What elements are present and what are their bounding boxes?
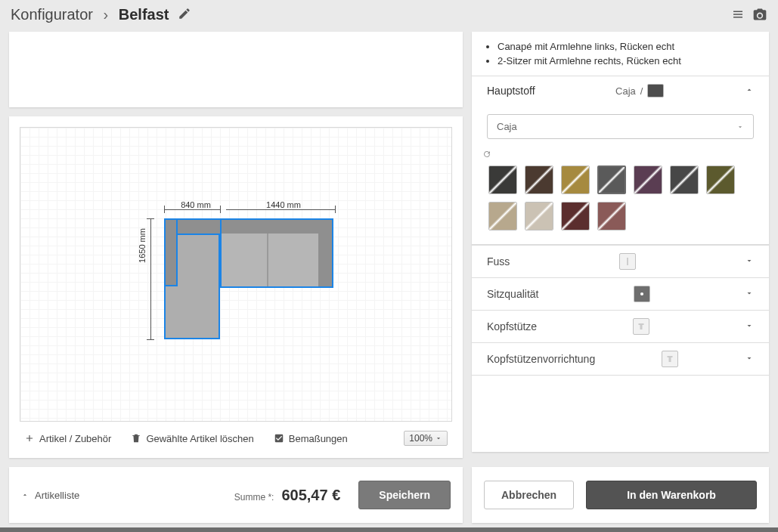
chevron-down-icon [745, 320, 754, 332]
twositzer-element[interactable] [220, 218, 333, 288]
zoom-value: 100% [409, 433, 432, 444]
dim-height-total: 1650 mm [138, 228, 147, 263]
fabric-family-value: Caja [497, 121, 517, 132]
add-to-cart-button[interactable]: In den Warenkorb [586, 481, 757, 509]
footer-bar [0, 527, 778, 532]
swatch-caja-brown[interactable] [525, 165, 553, 194]
dim-width-canape: 840 mm [164, 200, 228, 209]
artikelliste-toggle[interactable]: Artikelliste [21, 490, 79, 501]
list-view-icon[interactable] [731, 8, 745, 23]
canvas-grid[interactable]: 840 mm 1440 mm 1650 mm 930 mm [20, 127, 452, 422]
swatch-caja-black[interactable] [488, 165, 517, 194]
screenshot-icon[interactable] [752, 7, 767, 24]
artikelliste-label: Artikelliste [35, 490, 79, 501]
canape-back-left [164, 218, 178, 286]
chevron-down-icon [745, 255, 754, 268]
swatch-caja-cream[interactable] [525, 202, 553, 230]
breadcrumb-root[interactable]: Konfigurator [11, 6, 93, 23]
cancel-button[interactable]: Abbrechen [484, 481, 574, 509]
kopfv-label: Kopfstützenvorrichtung [487, 353, 595, 365]
section-fuss[interactable]: Fuss [472, 245, 769, 277]
save-button[interactable]: Speichern [358, 481, 451, 509]
swatch-caja-plum[interactable] [634, 165, 662, 194]
swatch-caja-sand[interactable] [488, 202, 517, 230]
sitz-label: Sitzqualität [487, 288, 538, 300]
hauptstoff-label: Hauptstoff [487, 85, 535, 97]
hauptstoff-thumb [647, 84, 664, 97]
fabric-family-select[interactable]: Caja [487, 114, 754, 139]
fuss-thumb [619, 253, 636, 270]
delete-selected-button[interactable]: Gewählte Artikel löschen [131, 433, 253, 444]
swatch-caja-wine[interactable] [561, 202, 590, 230]
swatch-caja-charcoal[interactable] [670, 165, 699, 194]
refresh-icon[interactable] [482, 150, 491, 161]
sitz-thumb [634, 286, 650, 302]
section-kopfstuetze[interactable]: Kopfstütze [472, 310, 769, 342]
svg-point-0 [640, 292, 643, 295]
dimensions-toggle-label: Bemaßungen [289, 433, 348, 444]
chevron-up-icon [745, 85, 754, 97]
swatch-caja-grey[interactable] [597, 165, 626, 194]
section-kopfstuetzenvorrichtung[interactable]: Kopfstützenvorrichtung [472, 342, 769, 376]
edit-title-icon[interactable] [178, 7, 191, 24]
kopf-thumb [633, 318, 649, 335]
sum-label: Summe *: [234, 492, 274, 503]
dim-width-twositzer: 1440 mm [231, 200, 336, 209]
hauptstoff-current: Caja [615, 85, 636, 97]
add-article-label: Artikel / Zubehör [39, 433, 111, 444]
config-panel: Canapé mit Armlehne links, Rücken echt 2… [472, 32, 769, 452]
preview-panel [9, 32, 463, 107]
config-item-2: 2-Sitzer mit Armlehne rechts, Rücken ech… [497, 55, 754, 66]
kopfv-thumb [662, 351, 678, 367]
add-article-button[interactable]: Artikel / Zubehör [24, 433, 111, 444]
breadcrumb-current: Belfast [119, 6, 169, 23]
chevron-down-icon [745, 288, 754, 300]
swatch-caja-ochre[interactable] [561, 165, 590, 194]
delete-selected-label: Gewählte Artikel löschen [146, 433, 253, 444]
breadcrumb: Konfigurator › Belfast [11, 6, 191, 24]
zoom-select[interactable]: 100% [404, 431, 448, 446]
sum-value: 605,47 € [281, 487, 340, 504]
kopf-label: Kopfstütze [487, 320, 537, 332]
chevron-down-icon [745, 353, 754, 365]
fabric-swatches [488, 165, 754, 230]
sofa-assembly[interactable]: 840 mm 1440 mm 1650 mm 930 mm [164, 218, 333, 339]
dimensions-toggle[interactable]: Bemaßungen [274, 433, 348, 444]
swatch-caja-mauve[interactable] [597, 202, 626, 230]
canvas-panel: 840 mm 1440 mm 1650 mm 930 mm [9, 116, 463, 458]
section-sitzqualitaet[interactable]: Sitzqualität [472, 277, 769, 310]
config-item-1: Canapé mit Armlehne links, Rücken echt [497, 41, 754, 52]
hauptstoff-slash: / [640, 85, 643, 97]
breadcrumb-sep: › [104, 6, 109, 23]
section-hauptstoff[interactable]: Hauptstoff Caja / [472, 76, 769, 105]
swatch-caja-olive[interactable] [706, 165, 735, 194]
fuss-label: Fuss [487, 255, 510, 268]
